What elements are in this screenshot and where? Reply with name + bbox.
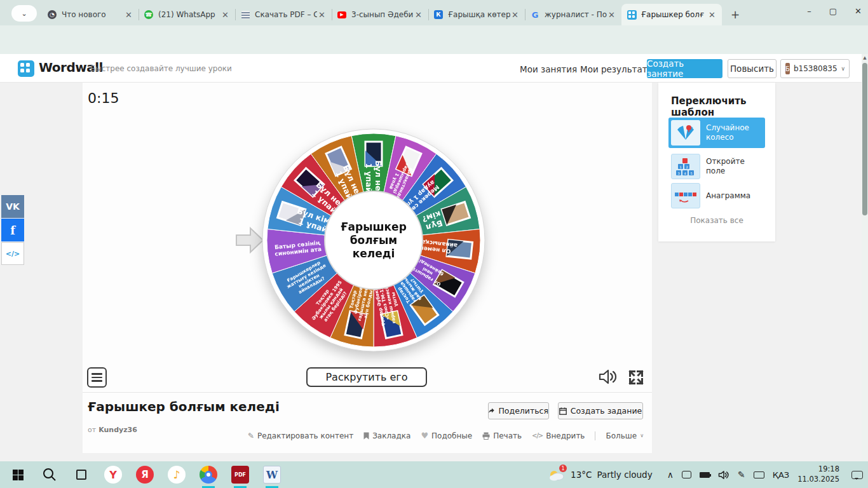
- yandex-browser-button[interactable]: Y: [103, 464, 123, 485]
- tab-pdf[interactable]: Скачать PDF – C ✕: [235, 4, 332, 25]
- volume-icon[interactable]: [718, 470, 729, 480]
- tab-garyshka[interactable]: К Ғарышқа көтер ✕: [428, 4, 525, 25]
- code-icon: </>: [6, 250, 20, 258]
- pen-icon[interactable]: ✎: [738, 470, 745, 480]
- create-activity-button[interactable]: Создать занятие: [647, 59, 722, 78]
- wordwall-logo-icon[interactable]: [18, 60, 34, 77]
- tab-close-icon[interactable]: ✕: [510, 10, 520, 20]
- user-account-menu[interactable]: Б b15380835 ∨: [780, 59, 850, 78]
- tab-search-button[interactable]: ⌄: [11, 5, 37, 22]
- clock-date: 11.03.2025: [797, 475, 839, 485]
- new-tab-button[interactable]: +: [727, 8, 743, 21]
- tab-youtube[interactable]: ▶ 3-сынып Әдеби ✕: [332, 4, 428, 25]
- word-button[interactable]: W: [262, 464, 282, 485]
- tab-close-icon[interactable]: ✕: [414, 10, 423, 20]
- browser-tab-strip: ⌄ ◔ Что нового ✕ ☎ (21) WhatsApp ✕ Скача…: [0, 0, 868, 25]
- notification-center-icon[interactable]: [851, 471, 863, 479]
- taskbar-clock[interactable]: 19:18 11.03.2025: [797, 464, 839, 484]
- start-button[interactable]: [8, 464, 28, 485]
- calendar-icon: [559, 407, 567, 415]
- tab-whats-new[interactable]: ◔ Что нового ✕: [42, 4, 139, 25]
- window-minimize-button[interactable]: –: [807, 6, 811, 16]
- chevron-down-icon: ∨: [640, 433, 644, 438]
- tab-close-icon[interactable]: ✕: [607, 10, 616, 20]
- bookmark-link[interactable]: Закладка: [363, 431, 410, 440]
- clock-time: 19:18: [797, 464, 839, 475]
- google-favicon: G: [530, 10, 540, 20]
- spin-button[interactable]: Раскрутить его: [306, 367, 427, 387]
- task-view-icon: [76, 470, 86, 480]
- window-maximize-button[interactable]: ▢: [829, 6, 837, 16]
- chrome-button[interactable]: [198, 464, 219, 485]
- facebook-share-button[interactable]: f: [1, 219, 24, 241]
- pdf-favicon: [240, 10, 250, 20]
- printer-icon: [482, 432, 490, 440]
- yandex-icon: Я: [136, 466, 154, 484]
- task-view-button[interactable]: [71, 464, 92, 485]
- game-panel: 0:15 Бұл не?1 ұпайҚазақстандықғарышкерді…: [83, 83, 652, 453]
- pdf-editor-button[interactable]: PDF: [230, 464, 250, 485]
- open-the-box-thumb-icon: 12 345: [671, 154, 700, 179]
- scroll-up-arrow[interactable]: ▲: [862, 55, 868, 60]
- random-wheel[interactable]: Бұл не?1 ұпайҚазақстандықғарышкерді ата1…: [262, 128, 485, 352]
- upgrade-button[interactable]: Повысить: [728, 59, 776, 78]
- svg-text:2: 2: [686, 165, 688, 169]
- more-link[interactable]: Больше ∨: [606, 431, 644, 440]
- scrollbar-thumb[interactable]: [862, 63, 867, 215]
- vk-share-button[interactable]: VK: [1, 195, 24, 218]
- sidebar-item-anagram[interactable]: Анаграмма: [671, 183, 763, 208]
- likes-link[interactable]: ♥ Подобные: [421, 431, 472, 440]
- nav-my-activities[interactable]: Мои занятия: [520, 64, 577, 74]
- windows-logo-icon: [13, 470, 24, 480]
- search-icon: [43, 468, 57, 482]
- set-assignment-button[interactable]: Создать задание: [558, 402, 643, 419]
- random-wheel-thumb-icon: [671, 120, 700, 146]
- embed-link[interactable]: </> Внедрить: [532, 431, 585, 440]
- edit-content-link[interactable]: ✎ Редактировать контент: [248, 431, 353, 440]
- tab-wordwall-active[interactable]: Ғарышкер болғ ✕: [621, 4, 722, 25]
- game-menu-button[interactable]: [87, 367, 107, 388]
- battery-icon[interactable]: [700, 472, 710, 478]
- wheel-segment-label: Бұл не?1 ұпай: [364, 160, 383, 196]
- heart-icon: ♥: [421, 431, 428, 440]
- tab-whatsapp[interactable]: ☎ (21) WhatsApp ✕: [139, 4, 235, 25]
- wheel-pointer-arrow: [235, 226, 264, 254]
- sidebar-item-open-the-box[interactable]: 12 345 Откройте поле: [671, 154, 763, 179]
- taskbar-weather[interactable]: 1 13°C Partly cloudy: [548, 466, 653, 483]
- yandex-app-button[interactable]: Я: [135, 464, 155, 485]
- code-icon: </>: [532, 432, 543, 439]
- tray-expand-icon[interactable]: ∧: [667, 470, 674, 480]
- language-indicator[interactable]: ҚАЗ: [773, 470, 789, 480]
- user-name: b15380835: [794, 64, 837, 73]
- pdf-icon: PDF: [231, 466, 249, 484]
- nav-my-results[interactable]: Мои результаты: [580, 64, 654, 74]
- weather-icon: 1: [548, 466, 566, 483]
- taskbar-search-button[interactable]: [39, 464, 60, 485]
- whats-new-favicon: ◔: [47, 10, 57, 20]
- tab-google-search[interactable]: G журналист - По ✕: [525, 4, 621, 25]
- yandex-browser-icon: Y: [104, 466, 122, 484]
- sidebar-item-random-wheel[interactable]: Случайное колесо: [668, 118, 765, 148]
- chevron-down-icon: ∨: [841, 65, 846, 72]
- sound-icon[interactable]: [599, 369, 618, 385]
- anagram-thumb-icon: [671, 183, 700, 208]
- show-all-link[interactable]: Показать все: [658, 216, 775, 225]
- tab-close-icon[interactable]: ✕: [124, 10, 133, 20]
- tab-close-icon[interactable]: ✕: [317, 10, 327, 20]
- tab-close-icon[interactable]: ✕: [707, 10, 717, 20]
- fullscreen-icon[interactable]: [627, 369, 645, 386]
- tab-close-icon[interactable]: ✕: [220, 10, 230, 20]
- game-timer: 0:15: [88, 90, 119, 106]
- page-scrollbar[interactable]: ▲: [862, 54, 868, 461]
- cast-icon[interactable]: [682, 471, 691, 478]
- music-note-icon: ♪: [168, 466, 186, 484]
- embed-code-button[interactable]: </>: [1, 242, 24, 265]
- keyboard-icon[interactable]: [754, 471, 764, 478]
- yandex-music-button[interactable]: ♪: [166, 464, 187, 485]
- chrome-icon: [200, 466, 217, 484]
- bookmark-icon: [363, 432, 369, 440]
- youtube-favicon: ▶: [337, 10, 347, 20]
- print-link[interactable]: Печать: [482, 431, 522, 440]
- share-button[interactable]: Поделиться: [488, 402, 549, 419]
- window-close-button[interactable]: ✕: [855, 6, 862, 16]
